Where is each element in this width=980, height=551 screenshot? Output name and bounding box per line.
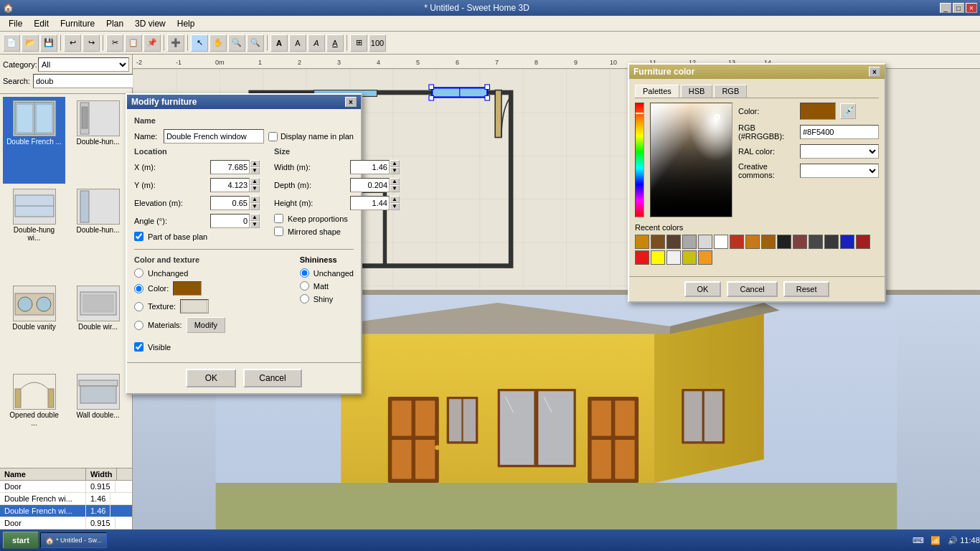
list-row-3[interactable]: Door 0.915 (0, 517, 132, 529)
modify-ok-btn[interactable]: OK (186, 369, 236, 387)
toolbar-open[interactable]: 📂 (22, 34, 39, 52)
creative-select[interactable] (800, 164, 879, 178)
furniture-item-6[interactable]: Opened double ... (3, 370, 65, 465)
angle-down[interactable]: ▼ (250, 221, 260, 228)
tab-hsb[interactable]: HSB (681, 85, 713, 98)
list-row-2[interactable]: Double French wi... 1.46 (0, 505, 132, 517)
modify-dialog-close[interactable]: × (345, 97, 357, 107)
visible-checkbox[interactable] (134, 342, 143, 352)
height-down[interactable]: ▼ (390, 203, 400, 210)
toolbar-cut[interactable]: ✂ (106, 34, 123, 52)
recent-swatch-7[interactable] (745, 235, 760, 249)
recent-swatch-1[interactable] (651, 235, 665, 249)
recent-swatch-11[interactable] (809, 235, 823, 249)
shininess-unchanged-radio[interactable] (300, 268, 309, 278)
y-input[interactable] (210, 178, 250, 192)
toolbar-new[interactable]: 📄 (3, 34, 20, 52)
x-input[interactable] (210, 160, 250, 174)
taskbar-network-icon[interactable]: 📶 (928, 533, 943, 547)
depth-up[interactable]: ▲ (390, 178, 400, 185)
recent-swatch-17[interactable] (666, 250, 681, 265)
shininess-shiny-radio[interactable] (300, 294, 309, 303)
recent-swatch-9[interactable] (777, 235, 791, 249)
menu-3d-view[interactable]: 3D view (129, 17, 171, 30)
search-input[interactable] (33, 74, 138, 88)
recent-swatch-2[interactable] (666, 235, 681, 249)
recent-swatch-19[interactable] (698, 250, 712, 265)
recent-swatch-10[interactable] (793, 235, 807, 249)
modify-materials-btn[interactable]: Modify (187, 317, 225, 333)
recent-swatch-12[interactable] (824, 235, 839, 249)
category-select[interactable]: All (38, 57, 129, 72)
recent-swatch-0[interactable] (635, 235, 649, 249)
color-reset-btn[interactable]: Reset (783, 281, 830, 297)
taskbar-app-sweethome[interactable]: 🏠 * Untitled - Sw... (40, 532, 107, 548)
furniture-item-0[interactable]: Double French ... (3, 97, 65, 184)
angle-up[interactable]: ▲ (250, 214, 260, 221)
list-row-0[interactable]: Door 0.915 (0, 481, 132, 493)
shininess-matt-radio[interactable] (300, 281, 309, 291)
y-up[interactable]: ▲ (250, 178, 260, 185)
y-down[interactable]: ▼ (250, 185, 260, 192)
width-up[interactable]: ▲ (390, 160, 400, 167)
elevation-input[interactable] (210, 196, 250, 210)
toolbar-save[interactable]: 💾 (40, 34, 57, 52)
recent-swatch-4[interactable] (698, 235, 712, 249)
ral-select[interactable] (800, 144, 879, 159)
texture-swatch[interactable] (180, 299, 209, 314)
recent-swatch-14[interactable] (856, 235, 870, 249)
name-input[interactable] (164, 129, 264, 143)
toolbar-undo[interactable]: ↩ (64, 34, 81, 52)
x-up[interactable]: ▲ (250, 160, 260, 167)
toolbar-zoom-100[interactable]: 100 (369, 34, 386, 52)
color-cancel-btn[interactable]: Cancel (727, 281, 777, 297)
menu-plan[interactable]: Plan (100, 17, 129, 30)
depth-input[interactable] (350, 178, 390, 192)
color-dialog-close[interactable]: × (869, 67, 880, 77)
toolbar-copy[interactable]: 📋 (125, 34, 142, 52)
menu-help[interactable]: Help (171, 17, 201, 30)
recent-swatch-6[interactable] (730, 235, 744, 249)
furniture-item-2[interactable]: Double-hung wi... (3, 185, 65, 280)
display-name-checkbox[interactable] (268, 132, 278, 141)
color-texture-radio[interactable] (134, 302, 143, 311)
elev-up[interactable]: ▲ (250, 196, 260, 203)
list-row-1[interactable]: Double French wi... 1.46 (0, 493, 132, 505)
toolbar-pan[interactable]: ✋ (209, 34, 227, 52)
menu-file[interactable]: File (3, 17, 28, 30)
eyedropper-btn[interactable]: 💉 (840, 103, 856, 119)
taskbar-keyboard-icon[interactable]: ⌨ (911, 533, 925, 547)
maximize-button[interactable]: □ (953, 3, 964, 13)
toolbar-text-a4[interactable]: A (326, 34, 344, 52)
rgb-input[interactable] (800, 125, 879, 139)
base-plan-checkbox[interactable] (134, 232, 143, 241)
furniture-item-1[interactable]: Double-hun... (67, 97, 129, 184)
toolbar-zoom-in[interactable]: 🔍 (228, 34, 245, 52)
width-down[interactable]: ▼ (390, 167, 400, 174)
height-input[interactable] (350, 196, 390, 210)
sv-picker[interactable] (650, 103, 732, 217)
toolbar-paste[interactable]: 📌 (143, 34, 161, 52)
height-up[interactable]: ▲ (390, 196, 400, 203)
close-button[interactable]: × (966, 3, 977, 13)
taskbar-volume-icon[interactable]: 🔊 (946, 533, 960, 547)
recent-swatch-8[interactable] (761, 235, 776, 249)
angle-input[interactable] (210, 214, 250, 228)
color-ok-btn[interactable]: OK (684, 281, 722, 297)
modify-cancel-btn[interactable]: Cancel (243, 369, 301, 387)
recent-swatch-13[interactable] (840, 235, 854, 249)
furniture-item-7[interactable]: Wall double... (67, 370, 129, 465)
furniture-item-5[interactable]: Double wir... (67, 282, 129, 369)
color-unchanged-radio[interactable] (134, 268, 143, 278)
x-down[interactable]: ▼ (250, 167, 260, 174)
tab-rgb[interactable]: RGB (714, 85, 747, 98)
menu-edit[interactable]: Edit (28, 17, 55, 30)
recent-swatch-3[interactable] (682, 235, 697, 249)
color-materials-radio[interactable] (134, 321, 143, 330)
minimize-button[interactable]: _ (940, 3, 951, 13)
toolbar-select[interactable]: ↖ (191, 34, 208, 52)
furniture-item-3[interactable]: Double-hun... (67, 185, 129, 280)
color-color-radio[interactable] (134, 284, 143, 293)
toolbar-add-furniture[interactable]: ➕ (167, 34, 184, 52)
width-input[interactable] (350, 160, 390, 174)
